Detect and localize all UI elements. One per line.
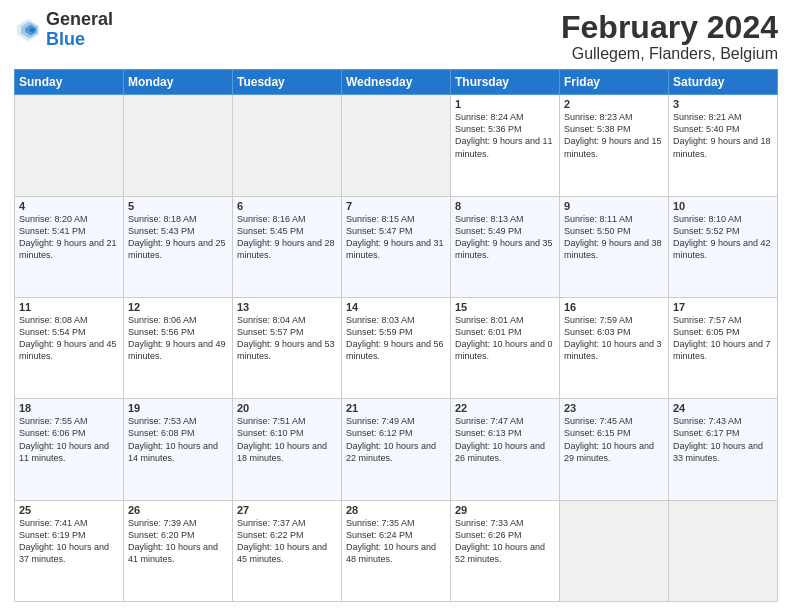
day-info: Sunrise: 7:53 AM Sunset: 6:08 PM Dayligh…	[128, 415, 228, 464]
week-row-0: 1Sunrise: 8:24 AM Sunset: 5:36 PM Daylig…	[15, 95, 778, 196]
day-number: 22	[455, 402, 555, 414]
day-number: 3	[673, 98, 773, 110]
table-row: 1Sunrise: 8:24 AM Sunset: 5:36 PM Daylig…	[451, 95, 560, 196]
table-row: 12Sunrise: 8:06 AM Sunset: 5:56 PM Dayli…	[124, 297, 233, 398]
calendar-table: Sunday Monday Tuesday Wednesday Thursday…	[14, 69, 778, 602]
day-number: 12	[128, 301, 228, 313]
day-info: Sunrise: 7:57 AM Sunset: 6:05 PM Dayligh…	[673, 314, 773, 363]
title-block: February 2024 Gullegem, Flanders, Belgiu…	[561, 10, 778, 63]
table-row	[124, 95, 233, 196]
day-info: Sunrise: 8:13 AM Sunset: 5:49 PM Dayligh…	[455, 213, 555, 262]
day-info: Sunrise: 7:39 AM Sunset: 6:20 PM Dayligh…	[128, 517, 228, 566]
day-info: Sunrise: 8:04 AM Sunset: 5:57 PM Dayligh…	[237, 314, 337, 363]
header-thursday: Thursday	[451, 70, 560, 95]
day-info: Sunrise: 7:45 AM Sunset: 6:15 PM Dayligh…	[564, 415, 664, 464]
table-row	[560, 500, 669, 601]
day-number: 24	[673, 402, 773, 414]
day-number: 15	[455, 301, 555, 313]
day-number: 28	[346, 504, 446, 516]
day-number: 2	[564, 98, 664, 110]
page: General Blue February 2024 Gullegem, Fla…	[0, 0, 792, 612]
day-info: Sunrise: 8:18 AM Sunset: 5:43 PM Dayligh…	[128, 213, 228, 262]
week-row-4: 25Sunrise: 7:41 AM Sunset: 6:19 PM Dayli…	[15, 500, 778, 601]
table-row	[342, 95, 451, 196]
day-number: 11	[19, 301, 119, 313]
day-number: 13	[237, 301, 337, 313]
day-info: Sunrise: 7:37 AM Sunset: 6:22 PM Dayligh…	[237, 517, 337, 566]
day-info: Sunrise: 8:03 AM Sunset: 5:59 PM Dayligh…	[346, 314, 446, 363]
day-info: Sunrise: 8:11 AM Sunset: 5:50 PM Dayligh…	[564, 213, 664, 262]
table-row: 2Sunrise: 8:23 AM Sunset: 5:38 PM Daylig…	[560, 95, 669, 196]
table-row: 4Sunrise: 8:20 AM Sunset: 5:41 PM Daylig…	[15, 196, 124, 297]
table-row: 29Sunrise: 7:33 AM Sunset: 6:26 PM Dayli…	[451, 500, 560, 601]
table-row: 5Sunrise: 8:18 AM Sunset: 5:43 PM Daylig…	[124, 196, 233, 297]
table-row: 10Sunrise: 8:10 AM Sunset: 5:52 PM Dayli…	[669, 196, 778, 297]
table-row: 25Sunrise: 7:41 AM Sunset: 6:19 PM Dayli…	[15, 500, 124, 601]
day-number: 6	[237, 200, 337, 212]
table-row: 23Sunrise: 7:45 AM Sunset: 6:15 PM Dayli…	[560, 399, 669, 500]
day-info: Sunrise: 8:24 AM Sunset: 5:36 PM Dayligh…	[455, 111, 555, 160]
table-row: 24Sunrise: 7:43 AM Sunset: 6:17 PM Dayli…	[669, 399, 778, 500]
header-tuesday: Tuesday	[233, 70, 342, 95]
day-number: 14	[346, 301, 446, 313]
table-row: 11Sunrise: 8:08 AM Sunset: 5:54 PM Dayli…	[15, 297, 124, 398]
day-number: 23	[564, 402, 664, 414]
logo-general-text: General	[46, 10, 113, 30]
table-row: 21Sunrise: 7:49 AM Sunset: 6:12 PM Dayli…	[342, 399, 451, 500]
day-number: 21	[346, 402, 446, 414]
table-row: 22Sunrise: 7:47 AM Sunset: 6:13 PM Dayli…	[451, 399, 560, 500]
day-info: Sunrise: 7:47 AM Sunset: 6:13 PM Dayligh…	[455, 415, 555, 464]
table-row	[669, 500, 778, 601]
week-row-1: 4Sunrise: 8:20 AM Sunset: 5:41 PM Daylig…	[15, 196, 778, 297]
table-row: 28Sunrise: 7:35 AM Sunset: 6:24 PM Dayli…	[342, 500, 451, 601]
header-friday: Friday	[560, 70, 669, 95]
day-info: Sunrise: 8:15 AM Sunset: 5:47 PM Dayligh…	[346, 213, 446, 262]
day-info: Sunrise: 8:08 AM Sunset: 5:54 PM Dayligh…	[19, 314, 119, 363]
day-info: Sunrise: 7:59 AM Sunset: 6:03 PM Dayligh…	[564, 314, 664, 363]
day-number: 4	[19, 200, 119, 212]
day-info: Sunrise: 7:35 AM Sunset: 6:24 PM Dayligh…	[346, 517, 446, 566]
day-number: 27	[237, 504, 337, 516]
table-row: 9Sunrise: 8:11 AM Sunset: 5:50 PM Daylig…	[560, 196, 669, 297]
day-number: 20	[237, 402, 337, 414]
day-number: 19	[128, 402, 228, 414]
table-row	[15, 95, 124, 196]
day-info: Sunrise: 7:51 AM Sunset: 6:10 PM Dayligh…	[237, 415, 337, 464]
day-info: Sunrise: 7:55 AM Sunset: 6:06 PM Dayligh…	[19, 415, 119, 464]
day-number: 8	[455, 200, 555, 212]
day-number: 17	[673, 301, 773, 313]
day-number: 26	[128, 504, 228, 516]
logo: General Blue	[14, 10, 113, 50]
day-info: Sunrise: 8:23 AM Sunset: 5:38 PM Dayligh…	[564, 111, 664, 160]
table-row: 13Sunrise: 8:04 AM Sunset: 5:57 PM Dayli…	[233, 297, 342, 398]
day-info: Sunrise: 8:20 AM Sunset: 5:41 PM Dayligh…	[19, 213, 119, 262]
day-number: 16	[564, 301, 664, 313]
week-row-2: 11Sunrise: 8:08 AM Sunset: 5:54 PM Dayli…	[15, 297, 778, 398]
day-number: 5	[128, 200, 228, 212]
header-wednesday: Wednesday	[342, 70, 451, 95]
day-number: 18	[19, 402, 119, 414]
day-number: 7	[346, 200, 446, 212]
header: General Blue February 2024 Gullegem, Fla…	[14, 10, 778, 63]
table-row: 7Sunrise: 8:15 AM Sunset: 5:47 PM Daylig…	[342, 196, 451, 297]
table-row: 19Sunrise: 7:53 AM Sunset: 6:08 PM Dayli…	[124, 399, 233, 500]
day-number: 29	[455, 504, 555, 516]
table-row: 18Sunrise: 7:55 AM Sunset: 6:06 PM Dayli…	[15, 399, 124, 500]
day-number: 10	[673, 200, 773, 212]
day-number: 1	[455, 98, 555, 110]
table-row: 27Sunrise: 7:37 AM Sunset: 6:22 PM Dayli…	[233, 500, 342, 601]
month-title: February 2024	[561, 10, 778, 45]
day-info: Sunrise: 8:10 AM Sunset: 5:52 PM Dayligh…	[673, 213, 773, 262]
table-row: 3Sunrise: 8:21 AM Sunset: 5:40 PM Daylig…	[669, 95, 778, 196]
day-info: Sunrise: 8:01 AM Sunset: 6:01 PM Dayligh…	[455, 314, 555, 363]
location-title: Gullegem, Flanders, Belgium	[561, 45, 778, 63]
table-row: 26Sunrise: 7:39 AM Sunset: 6:20 PM Dayli…	[124, 500, 233, 601]
day-info: Sunrise: 7:33 AM Sunset: 6:26 PM Dayligh…	[455, 517, 555, 566]
day-number: 9	[564, 200, 664, 212]
logo-text: General Blue	[46, 10, 113, 50]
header-sunday: Sunday	[15, 70, 124, 95]
table-row: 20Sunrise: 7:51 AM Sunset: 6:10 PM Dayli…	[233, 399, 342, 500]
day-info: Sunrise: 7:43 AM Sunset: 6:17 PM Dayligh…	[673, 415, 773, 464]
day-info: Sunrise: 7:49 AM Sunset: 6:12 PM Dayligh…	[346, 415, 446, 464]
day-info: Sunrise: 7:41 AM Sunset: 6:19 PM Dayligh…	[19, 517, 119, 566]
